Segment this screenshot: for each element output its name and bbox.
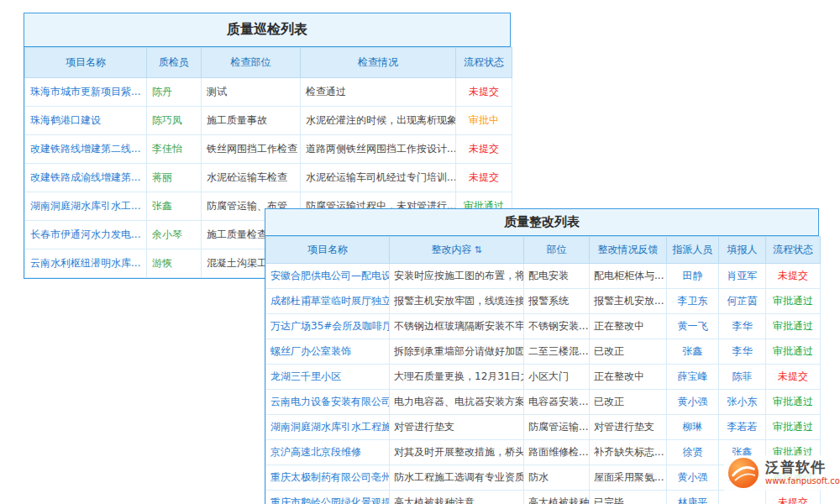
fanpu-logo: 泛普软件 www.fanpusoft.com (724, 455, 840, 491)
project-name-cell[interactable]: 重庆市鹅岭公园绿化景观提升... (266, 491, 390, 504)
status-cell: 审批通过 (766, 339, 821, 365)
project-name-cell[interactable]: 重庆太极制药有限公司亳州中... (266, 465, 390, 491)
column-header-project[interactable]: 项目名称 (266, 237, 390, 264)
table-row[interactable]: 珠海鹤港口建设陈巧凤施工质量事故水泥砼灌注的时候，出现离析现象审批中 (25, 107, 512, 135)
inspector-cell[interactable]: 陈巧凤 (147, 107, 202, 135)
reporter-cell[interactable]: 张小东 (719, 390, 766, 415)
table-row[interactable]: 湖南洞庭湖水库引水工程施工...对管进行垫支防腐管运输...对管进行垫支柳琳李若… (266, 415, 821, 440)
part-cell: 防水 (524, 465, 590, 491)
status-cell: 未提交 (456, 135, 512, 164)
project-name-cell[interactable]: 珠海市城市更新项目紫... (25, 78, 147, 107)
assignee-cell[interactable]: 黄小强 (667, 465, 719, 491)
status-cell: 审批通过 (766, 289, 821, 314)
column-header-situation[interactable]: 检查情况 (301, 48, 456, 78)
column-header-feedback[interactable]: 整改情况反馈 (590, 237, 667, 264)
project-name-cell[interactable]: 珠海鹤港口建设 (25, 107, 147, 135)
inspector-cell[interactable]: 张鑫 (147, 192, 202, 221)
part-cell: 施工质量事故 (202, 107, 301, 135)
assignee-cell[interactable]: 李卫东 (667, 289, 719, 314)
table-row[interactable]: 龙湖三千里小区大理石质量更换，12月31日之...小区大门正在整改中薛宝峰陈菲未… (266, 365, 821, 390)
part-cell: 小区大门 (524, 365, 590, 390)
inspection-table-title: 质量巡检列表 (24, 13, 510, 47)
assignee-cell[interactable]: 张鑫 (667, 339, 719, 365)
table-row[interactable]: 改建铁路线增建第二线...李佳怡铁丝网围挡工作检查道路两侧铁丝网围挡工作按设计.… (25, 135, 512, 164)
status-cell: 审批通过 (766, 390, 821, 415)
content-cell: 对其及时开展整改措施，桥头... (390, 440, 524, 465)
project-name-cell[interactable]: 安徽合肥供电公司—配电设备... (266, 264, 390, 289)
project-name-cell[interactable]: 万达广场35#会所及咖啡厅安... (266, 314, 390, 339)
inspector-cell[interactable]: 陈丹 (147, 78, 202, 107)
status-cell: 未提交 (456, 164, 512, 192)
column-header-reporter[interactable]: 填报人 (719, 237, 766, 264)
part-cell: 铁丝网围挡工作检查 (202, 135, 301, 164)
situation-cell: 检查通过 (301, 78, 456, 107)
assignee-cell[interactable]: 黄小强 (667, 390, 719, 415)
table-row[interactable]: 重庆市鹅岭公园绿化景观提升...高大植被栽种注意高大植被栽种已完毕林康平未提交 (266, 491, 821, 504)
project-name-cell[interactable]: 成都杜甫草堂临时展厅独立展... (266, 289, 390, 314)
status-cell: 未提交 (456, 78, 512, 107)
table-row[interactable]: 成都杜甫草堂临时展厅独立展...报警主机安放牢固，线缆连接...报警系统报警主机… (266, 289, 821, 314)
inspector-cell[interactable]: 游恢 (147, 249, 202, 278)
project-name-cell[interactable]: 云南电力设备安装有限公司20... (266, 390, 390, 415)
column-header-project[interactable]: 项目名称 (25, 48, 147, 78)
status-cell: 审批中 (456, 107, 512, 135)
inspector-cell[interactable]: 李佳怡 (147, 135, 202, 164)
content-cell: 高大植被栽种注意 (390, 491, 524, 504)
reporter-cell[interactable]: 肖亚军 (719, 264, 766, 289)
feedback-cell: 报警主机安放... (590, 289, 667, 314)
reporter-cell[interactable]: 李华 (719, 339, 766, 365)
assignee-cell[interactable]: 林康平 (667, 491, 719, 504)
logo-text-block: 泛普软件 www.fanpusoft.com (765, 459, 840, 487)
reporter-cell[interactable]: 李华 (719, 314, 766, 339)
project-name-cell[interactable]: 龙湖三千里小区 (266, 365, 390, 390)
project-name-cell[interactable]: 湖南洞庭湖水库引水工程施工... (266, 415, 390, 440)
inspector-cell[interactable]: 蒋丽 (147, 164, 202, 192)
column-header-inspector[interactable]: 质检员 (147, 48, 202, 78)
column-header-part[interactable]: 部位 (524, 237, 590, 264)
project-name-cell[interactable]: 螺丝厂办公室装饰 (266, 339, 390, 365)
project-name-cell[interactable]: 云南水利枢纽潜明水库... (25, 249, 147, 278)
project-name-cell[interactable]: 湖南洞庭湖水库引水工... (25, 192, 147, 221)
project-name-cell[interactable]: 改建铁路线增建第二线... (25, 135, 147, 164)
status-cell: 未提交 (766, 264, 821, 289)
feedback-cell: 屋面采用聚氨... (590, 465, 667, 491)
content-cell: 拆除到承重墙部分请做好加固... (390, 339, 524, 365)
reporter-cell[interactable]: 何芷茵 (719, 289, 766, 314)
logo-name: 泛普软件 (765, 459, 840, 476)
project-name-cell[interactable]: 改建铁路成渝线增建第... (25, 164, 147, 192)
content-cell: 大理石质量更换，12月31日之... (390, 365, 524, 390)
table-row[interactable]: 云南电力设备安装有限公司20...电力电容器、电抗器安装方案...电容器安装..… (266, 390, 821, 415)
reporter-cell[interactable]: 陈菲 (719, 365, 766, 390)
rectification-header-row: 项目名称 整改内容⇅ 部位 整改情况反馈 指派人员 填报人 流程状态 (266, 237, 821, 264)
rectification-table-title: 质量整改列表 (265, 209, 818, 236)
part-cell: 二至三楼混... (524, 339, 590, 365)
part-cell: 配电安装 (524, 264, 590, 289)
table-row[interactable]: 螺丝厂办公室装饰拆除到承重墙部分请做好加固...二至三楼混...已改正张鑫李华审… (266, 339, 821, 365)
assignee-cell[interactable]: 徐贤 (667, 440, 719, 465)
table-row[interactable]: 珠海市城市更新项目紫...陈丹测试检查通过未提交 (25, 78, 512, 107)
logo-url-link[interactable]: www.fanpusoft.com (765, 476, 840, 487)
column-header-assignee[interactable]: 指派人员 (667, 237, 719, 264)
feedback-cell: 对管进行垫支 (590, 415, 667, 440)
project-name-cell[interactable]: 长春市伊通河水力发电... (25, 221, 147, 249)
assignee-cell[interactable]: 柳琳 (667, 415, 719, 440)
reporter-cell[interactable] (719, 491, 766, 504)
column-header-status[interactable]: 流程状态 (456, 48, 512, 78)
content-cell: 对管进行垫支 (390, 415, 524, 440)
feedback-cell: 正在整改中 (590, 314, 667, 339)
column-header-content[interactable]: 整改内容⇅ (390, 237, 524, 264)
sort-icon[interactable]: ⇅ (474, 244, 481, 255)
feedback-cell: 已改正 (590, 339, 667, 365)
table-row[interactable]: 改建铁路成渝线增建第...蒋丽水泥砼运输车检查水泥砼运输车司机经过专门培训...… (25, 164, 512, 192)
table-row[interactable]: 安徽合肥供电公司—配电设备...安装时应按施工图的布置，将...配电安装配电柜柜… (266, 264, 821, 289)
project-name-cell[interactable]: 京沪高速北京段维修 (266, 440, 390, 465)
table-row[interactable]: 万达广场35#会所及咖啡厅安...不锈钢边框玻璃隔断安装不牢...不锈钢安装..… (266, 314, 821, 339)
inspector-cell[interactable]: 余小琴 (147, 221, 202, 249)
reporter-cell[interactable]: 李若若 (719, 415, 766, 440)
column-header-status[interactable]: 流程状态 (766, 237, 821, 264)
assignee-cell[interactable]: 田静 (667, 264, 719, 289)
part-cell: 报警系统 (524, 289, 590, 314)
assignee-cell[interactable]: 黄一飞 (667, 314, 719, 339)
column-header-part[interactable]: 检查部位 (202, 48, 301, 78)
assignee-cell[interactable]: 薛宝峰 (667, 365, 719, 390)
